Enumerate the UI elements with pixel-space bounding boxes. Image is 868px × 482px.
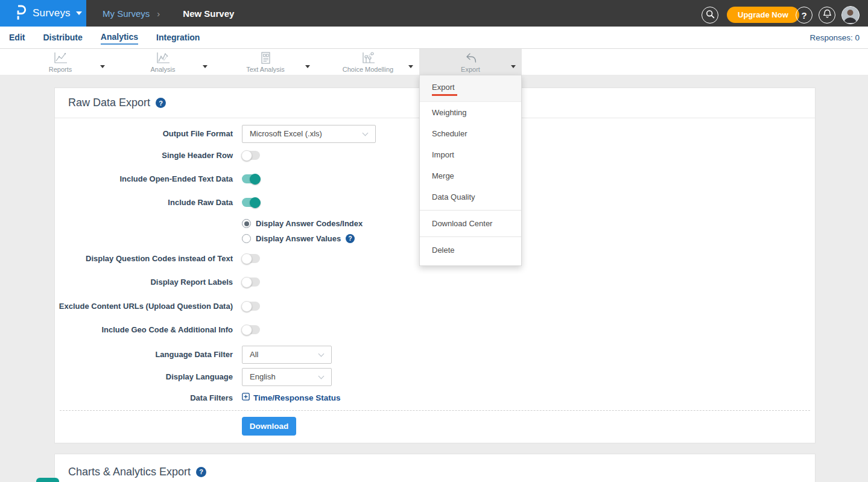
menu-item-label: Weighting: [432, 108, 467, 117]
questionpro-logo-icon: [14, 5, 27, 22]
download-button[interactable]: Download: [242, 417, 296, 436]
survey-section-nav: Edit Distribute Analytics Integration Re…: [0, 27, 868, 49]
field-label: Display Report Labels: [55, 277, 233, 288]
export-arrow-icon: [419, 51, 522, 65]
toolbar-label: Text Analysis: [226, 66, 305, 73]
chevron-down-icon: [76, 11, 82, 15]
card-title: Charts & Analytics Export: [68, 466, 191, 478]
link-label: Time/Response Status: [253, 393, 341, 402]
display-language-select[interactable]: English: [242, 368, 332, 386]
chevron-down-icon: [305, 65, 310, 68]
menu-divider: [420, 236, 521, 237]
menu-item-label: Export: [432, 83, 455, 92]
toolbar-caret-analysis[interactable]: [203, 60, 210, 67]
menu-item-weighting[interactable]: Weighting: [420, 102, 521, 123]
tab-edit[interactable]: Edit: [9, 31, 25, 44]
radio-display-answer-values[interactable]: [242, 234, 251, 243]
menu-item-scheduler[interactable]: Scheduler: [420, 123, 521, 144]
toolbar-caret-export[interactable]: [511, 60, 518, 67]
toolbar-item-text-analysis[interactable]: Text Analysis: [226, 49, 305, 75]
radio-label: Display Answer Codes/Index: [256, 219, 363, 228]
toolbar-label: Analysis: [124, 66, 202, 73]
toolbar-label: Reports: [21, 66, 100, 73]
notifications-button[interactable]: [819, 7, 835, 24]
select-value: English: [242, 369, 331, 385]
charts-analytics-export-card: Charts & Analytics Export ?: [54, 454, 816, 482]
menu-item-data-quality[interactable]: Data Quality: [420, 186, 521, 208]
toolbar-item-choice-modelling[interactable]: Choice Modelling: [329, 49, 407, 75]
include-open-ended-toggle[interactable]: [242, 174, 260, 183]
tab-analytics[interactable]: Analytics: [101, 30, 138, 45]
upgrade-now-button[interactable]: Upgrade Now: [727, 7, 799, 23]
chevron-down-icon: [100, 65, 105, 68]
toolbar-item-reports[interactable]: Reports: [21, 49, 100, 75]
menu-item-export[interactable]: Export: [420, 75, 521, 102]
toggle-knob: [241, 301, 252, 312]
toggle-knob: [241, 277, 252, 288]
dashed-divider: [60, 410, 810, 411]
field-label: Display Language: [55, 368, 233, 386]
chevron-down-icon: [203, 65, 207, 68]
select-value: All: [242, 346, 331, 363]
help-button[interactable]: ?: [796, 7, 813, 24]
menu-item-label: Data Quality: [432, 192, 475, 201]
text-analysis-icon: [226, 51, 305, 65]
menu-item-label: Download Center: [432, 219, 492, 228]
breadcrumb: My Surveys › New Survey: [103, 0, 234, 27]
choice-modelling-icon: [329, 51, 407, 65]
search-button[interactable]: [702, 7, 718, 24]
breadcrumb-separator: ›: [157, 8, 160, 19]
question-mark-icon: ?: [801, 10, 806, 21]
menu-item-label: Import: [432, 150, 454, 159]
chevron-down-icon: [408, 65, 413, 68]
exclude-content-urls-toggle[interactable]: [242, 302, 260, 311]
menu-item-label: Merge: [432, 171, 454, 180]
toggle-knob: [250, 174, 261, 185]
export-dropdown-menu: Export Weighting Scheduler Import Merge …: [419, 75, 522, 266]
toolbar-caret-choice-modelling[interactable]: [408, 60, 416, 67]
tab-integration[interactable]: Integration: [156, 31, 200, 44]
reports-chart-icon: [21, 51, 100, 65]
field-label: Language Data Filter: [55, 346, 233, 364]
language-data-filter-select[interactable]: All: [242, 346, 332, 364]
single-header-row-toggle[interactable]: [242, 151, 260, 160]
menu-item-download-center[interactable]: Download Center: [420, 213, 521, 234]
display-question-codes-toggle[interactable]: [242, 254, 260, 263]
field-label: Data Filters: [55, 393, 233, 404]
field-label: Single Header Row: [55, 150, 233, 161]
field-label: Include Open-Ended Text Data: [55, 174, 233, 185]
breadcrumb-my-surveys[interactable]: My Surveys: [103, 8, 150, 19]
field-label: Include Raw Data: [55, 197, 233, 208]
toolbar-label: Export: [419, 66, 522, 73]
toolbar-item-export[interactable]: Export: [419, 49, 522, 75]
select-value: Microsoft Excel (.xls): [242, 125, 375, 142]
analytics-toolbar: Reports Analysis Text Analysis Choice Mo…: [0, 49, 868, 75]
analysis-chart-icon: [124, 51, 202, 65]
menu-item-delete[interactable]: Delete: [420, 239, 521, 261]
menu-item-merge[interactable]: Merge: [420, 165, 521, 186]
card-title: Raw Data Export: [68, 97, 150, 109]
help-icon[interactable]: ?: [156, 98, 166, 108]
toolbar-item-analysis[interactable]: Analysis: [124, 49, 202, 75]
menu-item-import[interactable]: Import: [420, 144, 521, 165]
display-report-labels-toggle[interactable]: [242, 277, 260, 287]
field-label: Include Geo Code & Additional Info: [55, 325, 233, 335]
plus-square-icon: [242, 393, 250, 402]
time-response-status-link[interactable]: Time/Response Status: [242, 393, 341, 402]
output-file-format-select[interactable]: Microsoft Excel (.xls): [242, 125, 376, 143]
radio-display-answer-codes[interactable]: [242, 219, 251, 228]
toolbar-caret-reports[interactable]: [100, 60, 107, 67]
help-icon[interactable]: ?: [196, 467, 206, 477]
toggle-knob: [250, 197, 261, 208]
include-raw-data-toggle[interactable]: [242, 198, 260, 207]
chat-widget-nub[interactable]: [36, 478, 59, 482]
user-avatar[interactable]: [841, 6, 860, 24]
bell-icon: [823, 9, 832, 21]
responses-count: Responses: 0: [809, 27, 860, 48]
tab-distribute[interactable]: Distribute: [43, 31, 82, 44]
include-geo-code-toggle[interactable]: [242, 325, 260, 334]
product-switcher[interactable]: Surveys: [0, 0, 86, 27]
toolbar-caret-text-analysis[interactable]: [305, 60, 312, 67]
help-icon[interactable]: ?: [346, 234, 355, 243]
field-label: Exclude Content URLs (Upload Question Da…: [55, 301, 233, 312]
